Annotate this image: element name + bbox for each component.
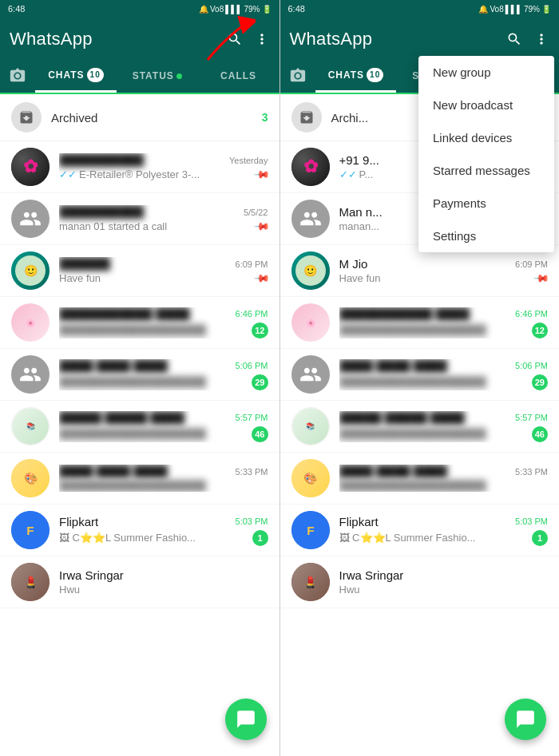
- archived-text-left: Archived: [51, 111, 262, 125]
- chat-name-2-left: ██████████: [59, 205, 144, 219]
- archived-row-left[interactable]: Archived 3: [0, 94, 280, 141]
- fab-left[interactable]: [225, 699, 267, 740]
- svg-text:F: F: [307, 524, 314, 537]
- archived-icon-left: [11, 102, 42, 133]
- chat-item-9-right[interactable]: 💄 Irwa Sringar Hwu: [280, 556, 560, 608]
- chat-name-5-right: ████ ████ ████: [339, 359, 448, 373]
- tab-calls-label-left: CALLS: [220, 70, 256, 81]
- tab-status-left[interactable]: STATUS: [117, 59, 198, 93]
- chat-item-4-right[interactable]: 🌸 ███████████ ████ 6:46 PM █████████████…: [280, 297, 560, 349]
- chat-name-8-left: Flipkart: [59, 515, 98, 528]
- chat-time-1-left: Yesterday: [229, 156, 268, 165]
- status-icons-left: 🔔 Vo8 ▌▌▌ 79% 🔋: [199, 5, 272, 14]
- chat-item-6-right[interactable]: 📚 █████ █████ ████ 5:57 PM █████████████…: [280, 401, 560, 453]
- chat-preview-5-right: ████████████████████: [339, 376, 486, 388]
- chat-preview-8-right: 🖼 C⭐⭐L Summer Fashio...: [339, 532, 476, 544]
- chat-item-9-left[interactable]: 💄 Irwa Sringar Hwu: [0, 556, 280, 608]
- search-icon-right[interactable]: [506, 31, 522, 47]
- avatar-8-left: F: [11, 511, 50, 549]
- pin-icon-3-right: 📌: [533, 270, 548, 284]
- avatar-3-right: 🙂: [291, 251, 330, 290]
- chat-time-7-left: 5:33 PM: [236, 467, 268, 477]
- chats-badge-left: 10: [87, 68, 104, 82]
- avatar-1-right: ✿: [291, 148, 330, 186]
- dropdown-new-broadcast[interactable]: New broadcast: [418, 89, 554, 121]
- chat-time-6-right: 5:57 PM: [515, 413, 548, 422]
- chat-preview-6-right: ████████████████████: [339, 428, 486, 440]
- chat-content-4-right: ███████████ ████ 6:46 PM ███████████████…: [339, 307, 549, 338]
- chat-preview-2-right: manan...: [339, 220, 380, 232]
- unread-badge-6-right: 46: [532, 426, 548, 442]
- chat-content-6-left: █████ █████ ████ 5:57 PM ███████████████…: [59, 411, 268, 442]
- unread-badge-8-left: 1: [252, 530, 268, 546]
- chat-content-5-left: ████ ████ ████ 5:06 PM █████████████████…: [59, 359, 268, 390]
- chat-preview-7-left: ████████████████████: [59, 480, 206, 492]
- avatar-4-left: 🌸: [11, 303, 50, 342]
- chat-item-1-left[interactable]: ✿ ██████████ Yesterday ✓✓ E-Retailer® Po…: [0, 141, 280, 193]
- search-icon[interactable]: [227, 31, 243, 47]
- pin-icon-2-left: 📌: [253, 218, 268, 232]
- chat-name-5-left: ████ ████ ████: [59, 359, 168, 373]
- chat-item-6-left[interactable]: 📚 █████ █████ ████ 5:57 PM █████████████…: [0, 401, 280, 453]
- more-vert-icon[interactable]: [254, 31, 270, 47]
- chat-content-9-left: Irwa Sringar Hwu: [59, 568, 268, 596]
- right-panel: 6:48 🔔 Vo8 ▌▌▌ 79% 🔋 WhatsApp CHATS 10: [280, 0, 560, 756]
- chat-preview-4-left: ████████████████████: [59, 324, 206, 336]
- unread-badge-8-right: 1: [532, 530, 548, 546]
- unread-badge-5-left: 29: [252, 374, 268, 390]
- tab-status-label-left: STATUS: [133, 70, 174, 81]
- chat-item-5-right[interactable]: ████ ████ ████ 5:06 PM █████████████████…: [280, 349, 560, 401]
- avatar-5-right: [291, 355, 330, 394]
- avatar-2-left: [11, 200, 50, 238]
- chat-preview-9-right: Hwu: [339, 584, 360, 596]
- chat-item-2-left[interactable]: ██████████ 5/5/22 manan 01 started a cal…: [0, 193, 280, 245]
- chat-item-7-left[interactable]: 🎨 ████ ████ ████ 5:33 PM ███████████████…: [0, 453, 280, 505]
- chat-preview-1-right: ✓✓ P...: [339, 168, 374, 180]
- app-bar-right: WhatsApp: [280, 18, 560, 59]
- chat-preview-2-left: manan 01 started a call: [59, 220, 167, 232]
- chat-time-7-right: 5:33 PM: [515, 467, 548, 477]
- chat-item-3-left[interactable]: 🙂 ██████ 6:09 PM Have fun 📌: [0, 245, 280, 297]
- dropdown-payments[interactable]: Payments: [418, 187, 554, 220]
- tab-calls-left[interactable]: CALLS: [198, 59, 280, 93]
- more-vert-icon-right[interactable]: [533, 31, 549, 47]
- chat-item-8-left[interactable]: F Flipkart 5:03 PM 🖼 C⭐⭐L Summer Fashio.…: [0, 505, 280, 556]
- status-dot-left: [176, 73, 182, 79]
- chat-time-4-right: 6:46 PM: [515, 309, 548, 319]
- chat-time-3-left: 6:09 PM: [236, 259, 268, 269]
- fab-right[interactable]: [505, 699, 546, 740]
- avatar-7-left: 🎨: [11, 459, 50, 497]
- app-bar-icons-left: [227, 31, 270, 47]
- status-time-right: 6:48: [288, 4, 305, 14]
- chat-content-4-left: ███████████ ████ 6:46 PM ███████████████…: [59, 307, 268, 338]
- avatar-2-right: [291, 200, 330, 238]
- chat-item-7-right[interactable]: 🎨 ████ ████ ████ 5:33 PM ███████████████…: [280, 453, 560, 505]
- dropdown-starred-messages[interactable]: Starred messages: [418, 154, 554, 187]
- chat-name-1-right: +91 9...: [339, 153, 379, 167]
- chat-item-5-left[interactable]: ████ ████ ████ 5:06 PM █████████████████…: [0, 349, 280, 401]
- chat-content-3-right: M Jio 6:09 PM Have fun 📌: [339, 257, 549, 284]
- chat-preview-5-left: ████████████████████: [59, 376, 206, 388]
- tab-camera-left[interactable]: [0, 67, 35, 85]
- chat-time-8-left: 5:03 PM: [236, 517, 268, 526]
- app-title-left: WhatsApp: [10, 29, 93, 49]
- dropdown-new-group[interactable]: New group: [418, 56, 554, 89]
- chat-content-8-right: Flipkart 5:03 PM 🖼 C⭐⭐L Summer Fashio...…: [339, 515, 549, 546]
- chat-name-3-left: ██████: [59, 257, 110, 271]
- chat-item-3-right[interactable]: 🙂 M Jio 6:09 PM Have fun 📌: [280, 245, 560, 297]
- chat-preview-7-right: ████████████████████: [339, 480, 486, 492]
- chat-item-4-left[interactable]: 🌸 ███████████ ████ 6:46 PM █████████████…: [0, 297, 280, 349]
- tab-chats-left[interactable]: CHATS 10: [35, 59, 117, 93]
- chat-time-3-right: 6:09 PM: [515, 259, 548, 269]
- avatar-9-left: 💄: [11, 563, 50, 601]
- dropdown-settings[interactable]: Settings: [418, 220, 554, 252]
- chat-time-2-left: 5/5/22: [244, 208, 268, 217]
- tab-chats-label-left: CHATS: [48, 69, 84, 81]
- tab-chats-right[interactable]: CHATS 10: [315, 59, 397, 93]
- dropdown-linked-devices[interactable]: Linked devices: [418, 121, 554, 154]
- avatar-5-left: [11, 355, 50, 394]
- chat-item-8-right[interactable]: F Flipkart 5:03 PM 🖼 C⭐⭐L Summer Fashio.…: [280, 505, 560, 556]
- pin-icon-3-left: 📌: [253, 270, 268, 284]
- avatar-8-right: F: [291, 511, 330, 549]
- tab-camera-right[interactable]: [280, 67, 315, 85]
